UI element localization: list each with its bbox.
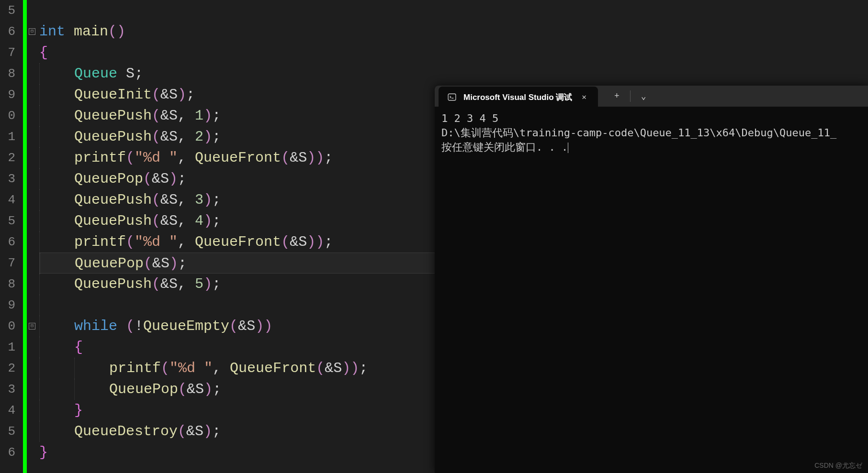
line-number: 5 — [0, 210, 15, 231]
line-number-gutter: 5678901234567890123456 — [0, 0, 19, 473]
debug-console-window: Microsoft Visual Studio 调试 ✕ + ⌄ 1 2 3 4… — [435, 86, 868, 473]
line-number: 3 — [0, 168, 15, 189]
watermark: CSDN @尤忘ゼ — [814, 462, 862, 470]
line-number: 2 — [0, 358, 15, 379]
code-line[interactable]: int main() — [39, 21, 868, 42]
line-number: 1 — [0, 126, 15, 147]
svg-rect-0 — [448, 94, 456, 100]
line-number: 6 — [0, 442, 15, 463]
line-number: 0 — [0, 316, 15, 337]
code-line[interactable]: { — [39, 42, 868, 63]
console-tab-controls: + ⌄ — [608, 88, 653, 104]
tab-dropdown-button[interactable]: ⌄ — [634, 88, 653, 104]
fold-gutter: ⊟⊟ — [29, 0, 38, 473]
fold-toggle[interactable]: ⊟ — [29, 28, 35, 35]
line-number: 6 — [0, 231, 15, 253]
line-number: 4 — [0, 400, 15, 421]
console-line: D:\集训营代码\training-camp-code\Queue_11_13\… — [441, 126, 861, 140]
code-line[interactable] — [39, 0, 868, 21]
line-number: 8 — [0, 63, 15, 84]
console-output[interactable]: 1 2 3 4 5D:\集训营代码\training-camp-code\Que… — [435, 107, 868, 159]
line-number: 8 — [0, 274, 15, 295]
console-tab-title: Microsoft Visual Studio 调试 — [463, 92, 572, 103]
line-number: 9 — [0, 84, 15, 105]
line-number: 2 — [0, 147, 15, 168]
line-number: 6 — [0, 21, 15, 42]
line-number: 7 — [0, 42, 15, 63]
new-tab-button[interactable]: + — [608, 88, 626, 104]
console-line: 1 2 3 4 5 — [441, 111, 861, 126]
fold-toggle[interactable]: ⊟ — [29, 323, 35, 330]
line-number: 0 — [0, 105, 15, 126]
line-number: 4 — [0, 189, 15, 210]
line-number: 5 — [0, 0, 15, 21]
change-indicator-bar — [23, 0, 27, 473]
console-titlebar[interactable]: Microsoft Visual Studio 调试 ✕ + ⌄ — [435, 86, 868, 107]
cursor — [568, 143, 568, 153]
line-number: 9 — [0, 295, 15, 316]
console-line: 按任意键关闭此窗口. . . — [441, 140, 861, 154]
line-number: 7 — [0, 253, 15, 274]
line-number: 3 — [0, 379, 15, 400]
console-tab[interactable]: Microsoft Visual Studio 调试 ✕ — [439, 87, 598, 108]
line-number: 1 — [0, 337, 15, 358]
code-line[interactable]: Queue S; — [39, 63, 868, 84]
close-tab-button[interactable]: ✕ — [579, 91, 589, 103]
terminal-icon — [447, 92, 457, 102]
divider — [630, 90, 631, 102]
line-number: 5 — [0, 421, 15, 442]
